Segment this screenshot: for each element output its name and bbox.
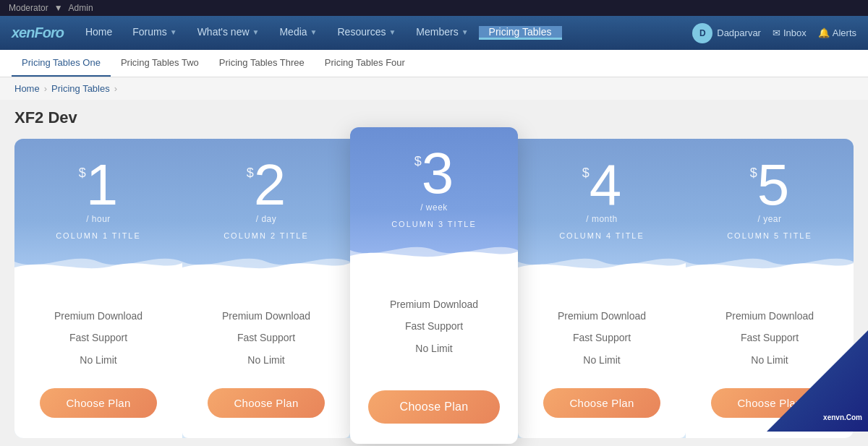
admin-bar: Moderator ▼ Admin [0,0,868,16]
feature-5-1: Premium Download [726,305,814,327]
pricing-col-4: $ 4 / month COLUMN 4 TITLE Premium Downl… [518,139,686,438]
wave-2 [182,247,350,276]
subnav-two[interactable]: Pricing Tables Two [111,50,209,77]
media-caret: ▼ [310,28,318,36]
feature-2-2: Fast Support [222,327,310,348]
nav-whats-new[interactable]: What's new ▼ [187,26,270,40]
avatar: D [692,23,712,43]
feature-3-3: No Limit [390,338,478,359]
price-title-2: COLUMN 2 TITLE [194,231,339,240]
admin-link[interactable]: Admin [69,3,93,13]
wave-1 [14,247,182,276]
inbox-icon: ✉ [773,27,780,38]
price-dollar-5: $ [750,166,757,179]
nav-media[interactable]: Media ▼ [269,26,327,40]
price-amount-4: $ 4 [529,159,674,211]
price-body-3: Premium DownloadFast SupportNo Limit Cho… [350,265,518,444]
price-body-2: Premium DownloadFast SupportNo Limit Cho… [182,276,350,438]
nav-members[interactable]: Members ▼ [406,26,478,40]
price-number-5: 5 [757,159,790,211]
price-header-3: $ 3 / week COLUMN 3 TITLE [350,127,518,265]
price-header-2: $ 2 / day COLUMN 2 TITLE [182,139,350,276]
price-dollar-3: $ [414,155,422,168]
wave-4 [518,247,686,276]
main-nav: xenForo Home Forums ▼ What's new ▼ Media… [0,16,868,50]
bell-icon: 🔔 [818,27,830,38]
price-period-1: / hour [26,214,171,224]
feature-list-1: Premium DownloadFast SupportNo Limit [54,305,142,371]
logo[interactable]: xenForo [12,16,75,50]
user-info[interactable]: D Dadparvar [692,23,761,43]
price-title-5: COLUMN 5 TITLE [697,231,842,240]
alerts-link[interactable]: 🔔 Alerts [818,27,856,38]
price-number-3: 3 [422,147,454,200]
watermark-text: xenvn.Com [823,413,862,423]
feature-4-2: Fast Support [558,327,646,348]
wave-3 [350,236,518,265]
price-title-3: COLUMN 3 TITLE [362,220,506,228]
subnav-one[interactable]: Pricing Tables One [12,50,111,77]
breadcrumb-sep1: › [44,83,47,94]
feature-1-3: No Limit [54,349,142,371]
feature-4-3: No Limit [558,349,646,371]
feature-1-1: Premium Download [54,305,142,327]
price-header-1: $ 1 / hour COLUMN 1 TITLE [14,139,182,276]
breadcrumb: Home › Pricing Tables › [0,77,868,100]
moderator-caret: ▼ [54,3,63,13]
feature-3-2: Fast Support [390,315,478,337]
forums-caret: ▼ [170,28,177,36]
price-dollar-4: $ [582,166,590,179]
subnav-three[interactable]: Pricing Tables Three [209,50,315,77]
feature-list-2: Premium DownloadFast SupportNo Limit [222,305,310,371]
choose-btn-4[interactable]: Choose Plan [543,388,660,418]
price-header-5: $ 5 / year COLUMN 5 TITLE [686,139,854,276]
price-period-5: / year [697,214,842,224]
price-title-4: COLUMN 4 TITLE [529,231,674,240]
whatsnew-caret: ▼ [252,28,260,36]
subnav-four[interactable]: Pricing Tables Four [315,50,415,77]
inbox-link[interactable]: ✉ Inbox [773,27,807,38]
choose-btn-3[interactable]: Choose Plan [368,390,501,424]
breadcrumb-sep2: › [114,83,117,94]
feature-1-2: Fast Support [54,327,142,348]
nav-resources[interactable]: Resources ▼ [328,26,407,40]
choose-btn-1[interactable]: Choose Plan [40,388,156,418]
price-body-4: Premium DownloadFast SupportNo Limit Cho… [518,276,686,438]
wave-5 [686,247,854,276]
nav-forums[interactable]: Forums ▼ [122,26,187,40]
feature-2-1: Premium Download [222,305,310,327]
feature-5-2: Fast Support [726,327,814,348]
nav-home[interactable]: Home [75,26,122,40]
nav-left: xenForo Home Forums ▼ What's new ▼ Media… [12,16,562,50]
moderator-link[interactable]: Moderator [9,3,48,13]
pricing-col-3: $ 3 / week COLUMN 3 TITLE Premium Downlo… [350,127,518,444]
feature-2-3: No Limit [222,349,310,371]
nav-pricing-tables[interactable]: Pricing Tables [479,26,562,40]
price-period-4: / month [529,214,674,224]
feature-5-3: No Limit [726,349,814,371]
price-number-4: 4 [590,159,622,211]
pricing-col-1: $ 1 / hour COLUMN 1 TITLE Premium Downlo… [14,139,182,438]
sub-nav: Pricing Tables One Pricing Tables Two Pr… [0,50,868,77]
choose-btn-2[interactable]: Choose Plan [208,388,324,418]
price-header-4: $ 4 / month COLUMN 4 TITLE [518,139,686,276]
pricing-col-2: $ 2 / day COLUMN 2 TITLE Premium Downloa… [182,139,350,438]
members-caret: ▼ [461,28,469,36]
nav-links: Home Forums ▼ What's new ▼ Media ▼ Resou… [75,26,562,40]
price-number-1: 1 [86,159,119,211]
price-amount-2: $ 2 [194,159,339,211]
price-amount-3: $ 3 [362,147,506,200]
price-body-1: Premium DownloadFast SupportNo Limit Cho… [14,276,182,438]
resources-caret: ▼ [388,28,396,36]
breadcrumb-section[interactable]: Pricing Tables [51,83,110,94]
price-dollar-1: $ [79,166,86,179]
price-amount-5: $ 5 [697,159,842,211]
username: Dadparvar [717,27,761,38]
price-number-2: 2 [254,159,286,211]
price-period-3: / week [362,202,506,213]
pricing-wrapper: $ 1 / hour COLUMN 1 TITLE Premium Downlo… [14,139,854,438]
nav-right: D Dadparvar ✉ Inbox 🔔 Alerts [692,16,856,50]
breadcrumb-home[interactable]: Home [14,83,40,94]
feature-3-1: Premium Download [390,293,478,315]
feature-list-4: Premium DownloadFast SupportNo Limit [558,305,646,371]
